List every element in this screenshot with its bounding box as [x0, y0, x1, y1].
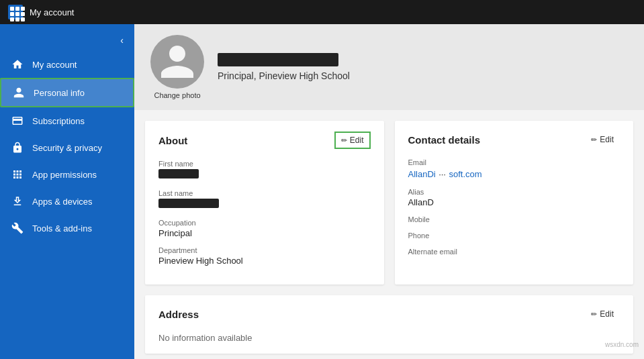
pencil-icon: ✏ — [591, 310, 597, 319]
contact-edit-button[interactable]: ✏ Edit — [585, 132, 620, 148]
app-grid-icon[interactable] — [8, 5, 23, 19]
sidebar: ‹ My account Personal info — [0, 24, 134, 359]
sidebar-item-label: Apps & devices — [32, 197, 93, 207]
sidebar-item-label: App permissions — [32, 170, 97, 180]
contact-section: Contact details ✏ Edit Email AllanDi ···… — [395, 121, 634, 285]
sidebar-item-label: Personal info — [34, 88, 85, 98]
pencil-icon: ✏ — [591, 136, 597, 144]
profile-role: Principal, Pineview High School — [218, 70, 350, 81]
alt-email-label: Alternate email — [408, 248, 620, 256]
about-edit-button[interactable]: ✏ Edit — [334, 132, 371, 149]
address-title: Address — [158, 309, 199, 320]
sidebar-item-label: Subscriptions — [32, 116, 85, 126]
email-field: Email AllanDi ··· soft.com — [408, 158, 620, 180]
alias-field: Alias AllanD — [408, 188, 620, 207]
email-value-part2[interactable]: soft.com — [449, 169, 481, 179]
person-icon — [12, 86, 26, 99]
address-card: Address ✏ Edit No information available — [145, 295, 633, 354]
department-value: Pineview High School — [158, 256, 371, 266]
email-value-part1[interactable]: AllanDi — [408, 169, 436, 179]
first-name-field: First name — [158, 160, 371, 181]
app-container: ‹ My account Personal info — [0, 24, 644, 359]
sidebar-item-apps-devices[interactable]: Apps & devices — [0, 188, 134, 215]
mobile-label: Mobile — [408, 215, 620, 223]
address-no-info: No information available — [158, 333, 620, 343]
occupation-label: Occupation — [158, 219, 371, 227]
about-section: About ✏ Edit First name Last name — [145, 121, 384, 285]
avatar — [150, 35, 204, 89]
contact-title: Contact details — [408, 134, 481, 146]
address-edit-button[interactable]: ✏ Edit — [585, 306, 620, 322]
last-name-label: Last name — [158, 189, 371, 197]
sections-row: About ✏ Edit First name Last name — [134, 110, 644, 295]
avatar-silhouette-icon — [157, 42, 197, 82]
last-name-value-masked — [158, 199, 219, 208]
sidebar-item-tools-addins[interactable]: Tools & add-ins — [0, 215, 134, 242]
occupation-field: Occupation Principal — [158, 219, 371, 238]
email-label: Email — [408, 158, 620, 166]
profile-header: Change photo Principal, Pineview High Sc… — [134, 24, 644, 110]
avatar-container: Change photo — [150, 35, 204, 99]
profile-info: Principal, Pineview High School — [218, 53, 350, 81]
download-icon — [11, 195, 24, 208]
occupation-value: Principal — [158, 228, 371, 238]
phone-label: Phone — [408, 232, 620, 240]
lock-icon — [11, 141, 24, 154]
change-photo-label[interactable]: Change photo — [150, 91, 204, 99]
profile-name-masked — [218, 53, 338, 66]
sidebar-item-label: My account — [32, 60, 77, 70]
email-redacted: ··· — [439, 169, 446, 179]
wrench-icon — [11, 221, 24, 235]
phone-field: Phone — [408, 232, 620, 240]
last-name-field: Last name — [158, 189, 371, 211]
contact-section-header: Contact details ✏ Edit — [408, 132, 620, 148]
about-title: About — [158, 135, 187, 146]
sidebar-item-label: Security & privacy — [32, 143, 102, 153]
first-name-label: First name — [158, 160, 371, 168]
address-section: Address ✏ Edit No information available — [145, 295, 633, 354]
pencil-icon: ✏ — [341, 136, 347, 145]
alias-value: AllanD — [408, 197, 620, 207]
home-icon — [11, 58, 24, 71]
content-wrapper: Change photo Principal, Pineview High Sc… — [134, 24, 644, 354]
address-section-header: Address ✏ Edit — [158, 306, 620, 322]
grid-icon — [11, 168, 24, 181]
department-label: Department — [158, 246, 371, 254]
titlebar: My account — [0, 0, 644, 24]
sidebar-item-security-privacy[interactable]: Security & privacy — [0, 134, 134, 161]
first-name-value-masked — [158, 169, 199, 178]
sidebar-item-personal-info[interactable]: Personal info — [0, 78, 134, 107]
sidebar-item-label: Tools & add-ins — [32, 223, 92, 234]
card-icon — [11, 114, 24, 127]
sidebar-item-subscriptions[interactable]: Subscriptions — [0, 107, 134, 134]
app-title: My account — [30, 7, 74, 17]
alt-email-field: Alternate email — [408, 248, 620, 256]
mobile-field: Mobile — [408, 215, 620, 223]
alias-label: Alias — [408, 188, 620, 196]
content-area: Change photo Principal, Pineview High Sc… — [134, 24, 644, 359]
sidebar-item-my-account[interactable]: My account — [0, 51, 134, 78]
department-field: Department Pineview High School — [158, 246, 371, 266]
about-section-header: About ✏ Edit — [158, 132, 371, 149]
back-button[interactable]: ‹ — [0, 30, 134, 51]
sidebar-item-app-permissions[interactable]: App permissions — [0, 161, 134, 188]
